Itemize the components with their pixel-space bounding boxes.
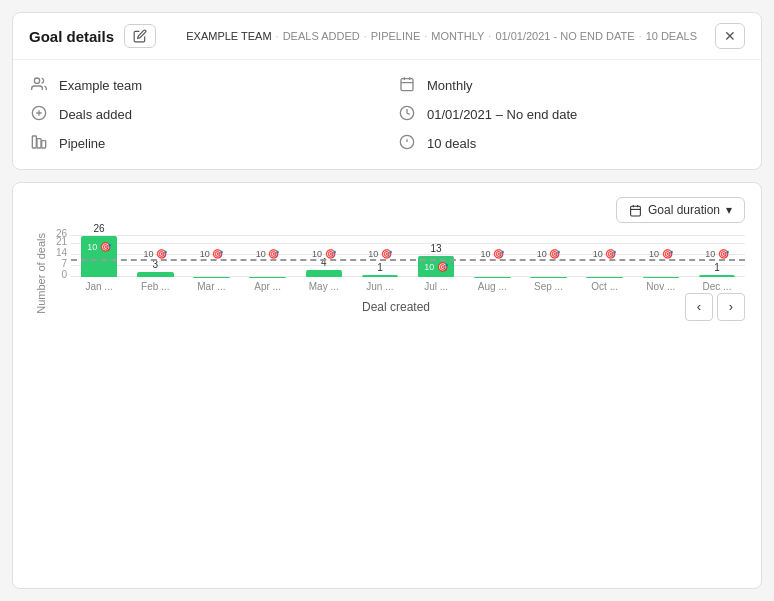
bar-group: 10 🎯	[633, 233, 689, 277]
breadcrumb-pipeline: PIPELINE	[371, 30, 421, 42]
date-range-row: 01/01/2021 – No end date	[397, 105, 745, 124]
goal-float-label: 10 🎯	[368, 249, 392, 259]
breadcrumb: EXAMPLE TEAM · DEALS ADDED · PIPELINE · …	[186, 30, 697, 42]
close-button[interactable]: ✕	[715, 23, 745, 49]
breadcrumb-deals: DEALS ADDED	[283, 30, 360, 42]
y-axis-label: Number of deals	[29, 233, 47, 314]
breadcrumb-dot-5: ·	[639, 30, 642, 42]
x-label: Apr ...	[240, 281, 296, 292]
goal-float-label: 10 🎯	[705, 249, 729, 259]
x-label: Jul ...	[408, 281, 464, 292]
breadcrumb-dates: 01/01/2021 - NO END DATE	[495, 30, 634, 42]
x-label: Aug ...	[464, 281, 520, 292]
goal-float-label: 10 🎯	[649, 249, 673, 259]
goal-float-label: 10 🎯	[312, 249, 336, 259]
x-label: Jun ...	[352, 281, 408, 292]
y-tick-label: 14	[56, 247, 71, 258]
monthly-label: Monthly	[427, 78, 473, 93]
x-label: Oct ...	[577, 281, 633, 292]
breadcrumb-team: EXAMPLE TEAM	[186, 30, 271, 42]
chart-area: Number of deals 071421262610 🎯310 🎯10 🎯1…	[29, 233, 745, 314]
x-label: Sep ...	[520, 281, 576, 292]
bars-wrapper: 2610 🎯310 🎯10 🎯10 🎯410 🎯110 🎯1310 🎯10 🎯1…	[71, 233, 745, 277]
monthly-icon	[397, 76, 417, 95]
svg-point-0	[34, 78, 39, 83]
x-label: Feb ...	[127, 281, 183, 292]
deals-added-row: Deals added	[29, 105, 377, 124]
card-body: Example team Monthly	[13, 60, 761, 169]
date-range-icon	[397, 105, 417, 124]
breadcrumb-monthly: MONTHLY	[431, 30, 484, 42]
breadcrumb-dot-3: ·	[424, 30, 427, 42]
pipeline-label: Pipeline	[59, 136, 105, 151]
chart-main: 071421262610 🎯310 🎯10 🎯10 🎯410 🎯110 🎯131…	[47, 233, 745, 314]
goal-float-label: 10 🎯	[200, 249, 224, 259]
x-label: Dec ...	[689, 281, 745, 292]
goal-details-card: Goal details EXAMPLE TEAM · DEALS ADDED …	[12, 12, 762, 170]
y-tick-label: 7	[61, 258, 71, 269]
bar-group: 310 🎯	[127, 233, 183, 277]
y-tick-label: 21	[56, 236, 71, 247]
goal-label: 10 🎯	[87, 242, 111, 252]
bar-value-label: 4	[321, 257, 327, 268]
deals-added-label: Deals added	[59, 107, 132, 122]
chevron-down-icon: ▾	[726, 203, 732, 217]
x-axis-title: Deal created	[362, 300, 430, 314]
bar-value-label: 1	[377, 262, 383, 273]
card-title: Goal details	[29, 28, 114, 45]
prev-button[interactable]: ‹	[685, 293, 713, 321]
y-tick-label: 0	[61, 269, 71, 280]
bar	[137, 272, 174, 277]
deals-count-label: 10 deals	[427, 136, 476, 151]
bar: 10 🎯	[81, 236, 118, 277]
breadcrumb-deals-count: 10 DEALS	[646, 30, 697, 42]
card-header: Goal details EXAMPLE TEAM · DEALS ADDED …	[13, 13, 761, 60]
goal-float-label: 10 🎯	[256, 249, 280, 259]
goal-duration-button[interactable]: Goal duration ▾	[616, 197, 745, 223]
deals-count-icon	[397, 134, 417, 153]
bar-group: 10 🎯	[464, 233, 520, 277]
chart-inner: 071421262610 🎯310 🎯10 🎯10 🎯410 🎯110 🎯131…	[47, 233, 745, 277]
deals-added-icon	[29, 105, 49, 124]
svg-rect-1	[401, 79, 413, 91]
team-row: Example team	[29, 76, 377, 95]
goal-float-label: 10 🎯	[593, 249, 617, 259]
goal-float-label: 10 🎯	[481, 249, 505, 259]
x-label: Mar ...	[183, 281, 239, 292]
team-label: Example team	[59, 78, 142, 93]
svg-rect-9	[32, 136, 36, 148]
edit-button[interactable]	[124, 24, 156, 48]
bar-value-label: 13	[431, 243, 442, 254]
chart-card: Goal duration ▾ Number of deals 07142126…	[12, 182, 762, 589]
x-axis: Jan ...Feb ...Mar ...Apr ...May ...Jun .…	[71, 281, 745, 292]
pipeline-row: Pipeline	[29, 134, 377, 153]
pipeline-icon	[29, 134, 49, 153]
next-button[interactable]: ›	[717, 293, 745, 321]
svg-rect-15	[631, 206, 641, 216]
bar-group: 10 🎯	[520, 233, 576, 277]
deals-count-row: 10 deals	[397, 134, 745, 153]
breadcrumb-dot-2: ·	[364, 30, 367, 42]
goal-float-label: 10 🎯	[537, 249, 561, 259]
bar-value-label: 3	[152, 259, 158, 270]
bar-value-label: 1	[714, 262, 720, 273]
goal-label: 10 🎯	[424, 262, 448, 272]
svg-rect-11	[42, 141, 46, 148]
bar-group: 2610 🎯	[71, 233, 127, 277]
bar	[306, 270, 343, 276]
bar-value-label: 26	[94, 223, 105, 234]
chart-footer: Deal created ‹ ›	[47, 300, 745, 314]
x-label: Jan ...	[71, 281, 127, 292]
goal-duration-label: Goal duration	[648, 203, 720, 217]
breadcrumb-dot-4: ·	[488, 30, 491, 42]
nav-buttons: ‹ ›	[685, 293, 745, 321]
bar-group: 110 🎯	[689, 233, 745, 277]
bar-group: 1310 🎯	[408, 233, 464, 277]
bar-group: 10 🎯	[183, 233, 239, 277]
svg-rect-10	[37, 139, 41, 148]
bar	[362, 275, 399, 277]
goal-float-label: 10 🎯	[143, 249, 167, 259]
x-label: May ...	[296, 281, 352, 292]
monthly-row: Monthly	[397, 76, 745, 95]
bar-group: 110 🎯	[352, 233, 408, 277]
